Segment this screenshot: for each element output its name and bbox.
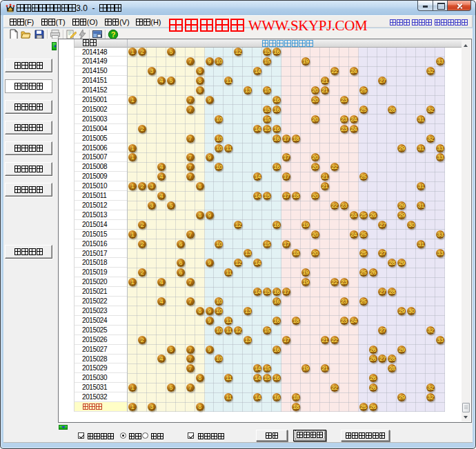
svg-text:?: ?	[111, 30, 116, 39]
